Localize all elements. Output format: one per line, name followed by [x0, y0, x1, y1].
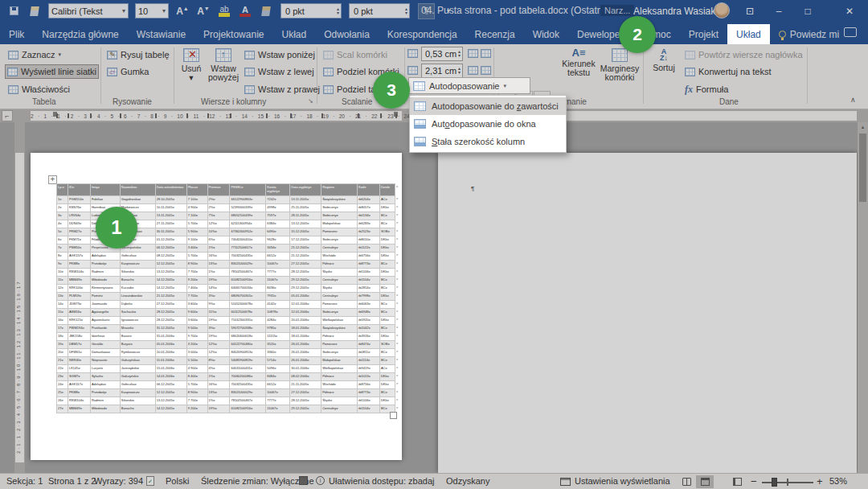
table-cell[interactable]: 13¤ [57, 293, 68, 301]
tab-recenzja[interactable]: Recenzja [466, 24, 524, 44]
ruler-column-marker[interactable] [90, 113, 92, 118]
table-cell[interactable]: 7¤ [57, 244, 68, 253]
table-cell[interactable]: 28.12.2005¤ [155, 309, 186, 317]
table-cell[interactable]: Gogolewska¤ [120, 196, 155, 204]
table-cell[interactable]: 68020600618¤ [230, 333, 266, 341]
minimize-button[interactable]: – [765, 0, 792, 22]
table-cell[interactable]: 4998¤ [266, 204, 290, 212]
macro-icon[interactable] [299, 476, 308, 485]
table-cell[interactable]: 10%¤ [207, 228, 230, 236]
table-cell[interactable]: 29.12.2005¤ [290, 285, 321, 293]
table-cell[interactable]: 10¤ [57, 269, 68, 277]
table-cell[interactable]: 7%¤ [207, 212, 230, 220]
table-cell[interactable]: 8484¤ [266, 373, 290, 381]
table-cell[interactable]: BC¤ [379, 349, 395, 357]
ruler-column-marker[interactable] [395, 113, 397, 118]
table-cell[interactable]: Śląsk¤ [321, 269, 358, 277]
table-cell[interactable]: 59072700338¤ [230, 325, 266, 333]
table-header-cell[interactable]: Kod¤ [358, 184, 380, 196]
table-cell[interactable]: 68090700301¤ [230, 293, 266, 301]
maximize-button[interactable]: □ [794, 0, 821, 22]
dialog-launcher-icon[interactable]: ↘ [308, 97, 313, 105]
text-direction-button[interactable]: A≡ Kierunek tekstu [559, 46, 598, 94]
table-cell[interactable]: NSR40¤ [68, 357, 90, 365]
ruler-column-marker[interactable] [358, 113, 359, 118]
table-cell[interactable]: PKM8¤ [68, 261, 90, 269]
table-cell[interactable]: Mrozek¤ [120, 325, 155, 333]
display-settings-label[interactable]: Ustawienia wyświetlania [575, 476, 670, 486]
table-cell[interactable]: DKk¤ [379, 317, 395, 325]
table-cell[interactable]: KRK100¤ [68, 285, 90, 293]
table-cell[interactable]: Rymkiewicz¤ [120, 349, 155, 357]
collapse-ribbon-icon[interactable]: ∧ [850, 96, 856, 104]
document-page-1[interactable]: + Lp.¤ID¤Imię¤Nazwisko¤Data zatrudnienia… [31, 153, 402, 460]
table-cell[interactable]: 18.01.2006¤ [290, 325, 321, 333]
table-cell[interactable]: 10067¤ [266, 389, 290, 397]
table-cell[interactable]: DKk¤ [379, 293, 395, 301]
table-cell[interactable]: MBM49¤ [68, 277, 90, 285]
table-cell[interactable]: Stołeczny¤ [321, 236, 358, 244]
table-cell[interactable]: BC¤ [379, 212, 395, 220]
tab-układ[interactable]: Układ [727, 24, 770, 44]
table-cell[interactable]: Gałczyński¤ [120, 373, 155, 381]
draw-table-button[interactable]: ✎ Rysuj tabelę [105, 47, 171, 62]
table-cell[interactable]: Sochacki¤ [120, 309, 155, 317]
table-cell[interactable]: 9 200¤ [186, 405, 207, 413]
table-cell[interactable]: Północ¤ [321, 333, 358, 341]
zoom-out-button[interactable]: − [751, 475, 757, 487]
close-button[interactable]: ✕ [836, 0, 863, 22]
table-cell[interactable]: 31.12.2005¤ [155, 325, 186, 333]
spinner-arrows-icon[interactable]: ▴▾ [337, 7, 339, 15]
table-cell[interactable]: 2%¤ [207, 204, 230, 212]
table-cell[interactable]: 13.12.2005¤ [155, 397, 186, 405]
table-cell[interactable]: 21.12.2005¤ [290, 253, 321, 261]
table-cell[interactable]: 5¤ [57, 228, 68, 236]
table-cell[interactable]: Kuczab¤ [120, 285, 155, 293]
table-cell[interactable]: 10.11.2005¤ [155, 204, 186, 212]
ruler-column-marker[interactable] [56, 113, 58, 118]
table-cell[interactable]: 6%¤ [207, 236, 230, 244]
table-cell[interactable]: 5 900¤ [186, 228, 207, 236]
table-cell[interactable]: 7777¤ [266, 269, 290, 277]
table-cell[interactable]: 2%¤ [207, 196, 230, 204]
table-cell[interactable]: rb8773¤ [358, 389, 380, 397]
status-page[interactable]: Strona 1 z 2 [48, 476, 96, 486]
autofit-button[interactable]: Autodopasowanie ▾ [408, 77, 530, 94]
table-cell[interactable]: PKM8¤ [68, 389, 90, 397]
table-cell[interactable]: 60112500678¤ [230, 309, 266, 317]
table-header-cell[interactable]: Nazwisko¤ [120, 184, 155, 196]
ruler-column-marker[interactable] [120, 113, 121, 118]
scrollbar-thumb[interactable] [859, 134, 866, 202]
insert-left-button[interactable]: Wstaw z lewej [243, 64, 316, 79]
table-cell[interactable]: DFW61¤ [68, 349, 90, 357]
zoom-slider-thumb[interactable] [772, 478, 777, 487]
status-section[interactable]: Sekcja: 1 [6, 476, 43, 486]
table-cell[interactable]: rb8057¤ [358, 204, 380, 212]
spacing-after-spinner[interactable]: 0 pkt ▴▾ [349, 3, 410, 18]
table-cell[interactable]: Buryat¤ [120, 341, 155, 349]
status-recovered[interactable]: Odzyskany [446, 476, 489, 486]
table-cell[interactable]: Domasława¤ [90, 349, 120, 357]
table-cell[interactable]: rb6063¤ [358, 301, 380, 309]
table-cell[interactable]: 3 600¤ [186, 317, 207, 325]
table-header-cell[interactable]: ID¤ [68, 184, 90, 196]
table-cell[interactable]: 14.12.2005¤ [155, 405, 186, 413]
table-cell[interactable]: 61082100916¤ [230, 277, 266, 285]
table-cell[interactable]: Banach¤ [120, 405, 155, 413]
font-name-select[interactable]: Calibri (Tekst ▾ [48, 3, 129, 18]
font-color-button[interactable]: A [238, 4, 252, 18]
format-painter2-icon[interactable] [259, 4, 273, 18]
insert-below-button[interactable]: Wstaw poniżej [243, 47, 317, 62]
table-cell[interactable]: Lewandowski¤ [120, 293, 155, 301]
table-cell[interactable]: rb8773¤ [358, 261, 380, 269]
table-cell[interactable]: DKk¤ [379, 333, 395, 341]
vertical-scrollbar[interactable]: ▲ [858, 122, 868, 473]
table-cell[interactable]: 13%¤ [207, 389, 230, 397]
table-cell[interactable]: 29.12.2005¤ [290, 405, 321, 413]
table-cell[interactable]: 7 400¤ [186, 285, 207, 293]
table-cell[interactable]: 70032500435¤ [230, 253, 266, 261]
table-cell[interactable]: Gałczyńska¤ [120, 357, 155, 365]
table-cell[interactable]: Kasprowicz¤ [120, 261, 155, 269]
table-cell[interactable]: 16%¤ [207, 253, 230, 261]
delete-button[interactable]: ✕ Usuń ▾ [177, 46, 206, 94]
